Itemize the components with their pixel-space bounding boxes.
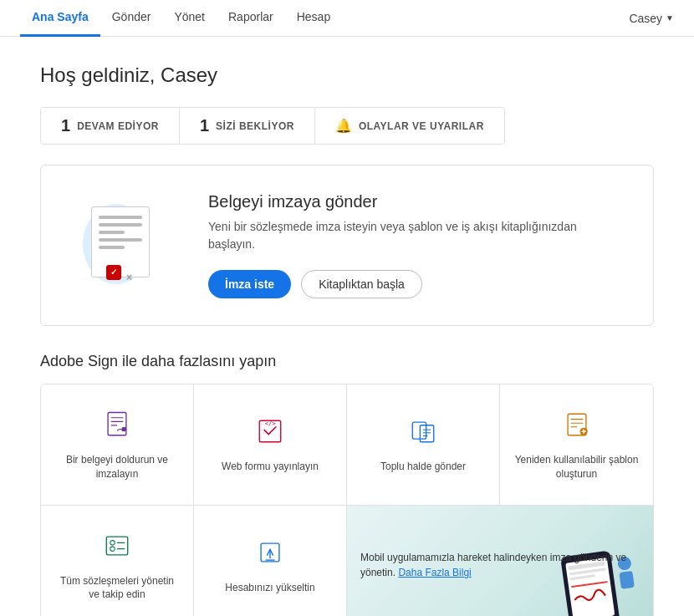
svg-rect-19 — [106, 537, 127, 555]
main-content: Hoş geldiniz, Casey 1 DEVAM EDİYOR 1 SİZ… — [0, 37, 694, 616]
request-signature-button[interactable]: İmza iste — [208, 270, 291, 298]
user-menu[interactable]: Casey ▼ — [629, 12, 674, 25]
fill-sign-icon — [99, 408, 135, 445]
feature-manage-all[interactable]: Tüm sözleşmeleri yönetin ve takip edin — [41, 506, 194, 616]
stats-bar: 1 DEVAM EDİYOR 1 SİZİ BEKLİYOR 🔔 OLAYLAR… — [40, 107, 505, 145]
user-name: Casey — [629, 12, 662, 25]
stat-in-progress-number: 1 — [61, 116, 70, 135]
feature-fill-sign[interactable]: Bir belgeyi doldurun ve imzalayın — [41, 384, 194, 506]
mobile-promo-text: Mobil uygulamamızla hareket halindeyken … — [360, 550, 640, 580]
mobile-promo-link[interactable]: Daha Fazla Bilgi — [398, 567, 471, 578]
doc-line-5 — [99, 246, 125, 249]
stat-alerts[interactable]: 🔔 OLAYLAR VE UYARILAR — [315, 108, 504, 144]
nav-item-reports[interactable]: Raporlar — [217, 0, 285, 37]
web-form-icon: </> — [252, 415, 288, 451]
doc-x-icon: × — [126, 272, 132, 283]
web-form-label: Web formu yayınlayın — [222, 460, 319, 474]
svg-point-4 — [121, 427, 125, 431]
features-grid: Bir belgeyi doldurun ve imzalayın </> We… — [40, 384, 654, 616]
send-card-content: Belgeyi imzaya gönder Yeni bir sözleşmed… — [208, 192, 620, 298]
main-nav: Ana Sayfa Gönder Yönet Raporlar Hesap Ca… — [0, 0, 694, 37]
doc-line-2 — [99, 223, 142, 227]
upgrade-icon — [252, 536, 288, 573]
svg-point-20 — [110, 540, 115, 544]
stat-waiting-label: SİZİ BEKLİYOR — [216, 120, 294, 132]
bulk-send-label: Toplu halde gönder — [380, 460, 466, 474]
template-label: Yeniden kullanılabilir şablon oluşturun — [513, 453, 640, 481]
nav-item-send[interactable]: Gönder — [100, 0, 163, 37]
features-heading: Adobe Sign ile daha fazlasını yapın — [40, 353, 654, 370]
doc-line-3 — [99, 231, 125, 234]
start-from-library-button[interactable]: Kitaplıktan başla — [301, 270, 422, 298]
send-card-actions: İmza iste Kitaplıktan başla — [208, 270, 620, 298]
chevron-down-icon: ▼ — [666, 13, 674, 23]
send-card-description: Yeni bir sözleşmede imza isteyin veya şa… — [208, 218, 620, 253]
bell-icon: 🔔 — [335, 118, 352, 134]
stat-alerts-label: OLAYLAR VE UYARILAR — [359, 120, 484, 132]
template-icon — [559, 408, 595, 445]
feature-bulk-send[interactable]: Toplu halde gönder — [347, 384, 500, 506]
nav-item-home[interactable]: Ana Sayfa — [20, 0, 100, 37]
nav-items: Ana Sayfa Gönder Yönet Raporlar Hesap — [20, 0, 629, 37]
doc-line-1 — [99, 216, 142, 219]
feature-web-form[interactable]: </> Web formu yayınlayın — [194, 384, 347, 506]
svg-text:</>: </> — [265, 420, 277, 427]
stat-waiting[interactable]: 1 SİZİ BEKLİYOR — [180, 108, 315, 144]
manage-all-icon — [99, 529, 135, 566]
welcome-heading: Hoş geldiniz, Casey — [40, 64, 654, 87]
send-card: ✓ × Belgeyi imzaya gönder Yeni bir sözle… — [40, 165, 654, 326]
nav-item-account[interactable]: Hesap — [285, 0, 342, 37]
manage-all-label: Tüm sözleşmeleri yönetin ve takip edin — [54, 574, 180, 603]
feature-upgrade[interactable]: Hesabınızı yükseltin — [194, 506, 347, 616]
mobile-promo-card[interactable]: Mobil uygulamamızla hareket halindeyken … — [347, 506, 653, 616]
upgrade-label: Hesabınızı yükseltin — [225, 581, 314, 595]
doc-line-4 — [99, 238, 142, 242]
send-illustration: ✓ × — [74, 200, 175, 292]
stat-in-progress[interactable]: 1 DEVAM EDİYOR — [41, 108, 180, 144]
fill-sign-label: Bir belgeyi doldurun ve imzalayın — [54, 453, 180, 481]
nav-item-manage[interactable]: Yönet — [162, 0, 217, 37]
doc-stamp-icon: ✓ — [106, 265, 121, 280]
bulk-send-icon — [405, 415, 441, 451]
svg-rect-0 — [108, 412, 126, 435]
stat-in-progress-label: DEVAM EDİYOR — [77, 120, 159, 132]
svg-point-23 — [110, 547, 115, 551]
send-card-title: Belgeyi imzaya gönder — [208, 192, 620, 211]
feature-template[interactable]: Yeniden kullanılabilir şablon oluşturun — [500, 384, 653, 506]
stat-waiting-number: 1 — [200, 116, 209, 135]
